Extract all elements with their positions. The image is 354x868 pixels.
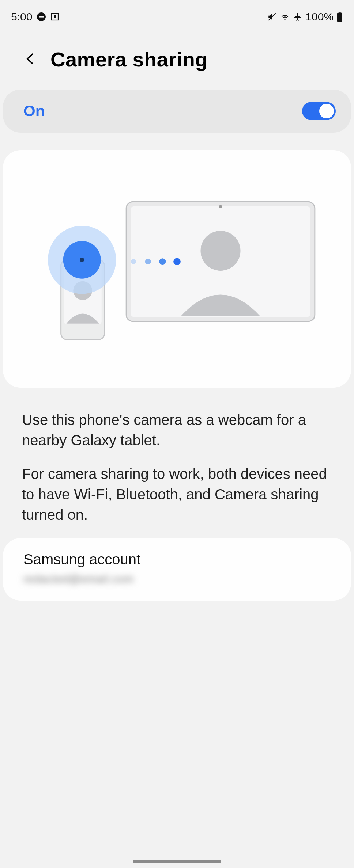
svg-point-17: [131, 259, 136, 264]
chevron-left-icon: [24, 51, 37, 68]
samsung-account-card[interactable]: Samsung account redacted@email.com: [3, 538, 351, 601]
toggle-label: On: [23, 102, 45, 120]
svg-point-10: [200, 231, 240, 271]
illustration: [3, 150, 351, 388]
svg-rect-6: [337, 13, 342, 22]
switch-thumb: [319, 104, 334, 118]
svg-rect-5: [339, 12, 341, 13]
dnd-icon: [37, 12, 46, 22]
svg-point-9: [219, 205, 222, 208]
master-toggle-card: On: [3, 90, 351, 133]
account-label: Samsung account: [23, 551, 331, 568]
mute-icon: [267, 12, 277, 22]
status-bar: 5:00 100%: [0, 0, 354, 26]
svg-point-20: [173, 258, 181, 265]
back-button[interactable]: [21, 50, 39, 69]
description-line-1: Use this phone's camera as a webcam for …: [22, 410, 332, 450]
airplane-icon: [293, 12, 302, 22]
master-toggle-switch[interactable]: [302, 102, 336, 120]
account-value: redacted@email.com: [23, 573, 331, 585]
description: Use this phone's camera as a webcam for …: [0, 388, 354, 525]
description-line-2: For camera sharing to work, both devices…: [22, 464, 332, 525]
battery-icon: [336, 12, 343, 22]
status-battery-pct: 100%: [305, 11, 334, 23]
status-left: 5:00: [11, 11, 59, 23]
svg-rect-1: [39, 16, 44, 17]
svg-point-16: [80, 258, 84, 262]
home-indicator[interactable]: [133, 860, 221, 863]
illustration-card: [3, 150, 351, 388]
wifi-icon: [280, 12, 290, 22]
card-icon: [50, 12, 59, 21]
status-right: 100%: [267, 11, 343, 23]
status-time: 5:00: [11, 11, 32, 23]
svg-point-19: [159, 258, 166, 265]
svg-rect-3: [54, 15, 56, 18]
svg-point-18: [145, 259, 151, 264]
page-header: Camera sharing: [0, 26, 354, 90]
page-title: Camera sharing: [50, 47, 208, 71]
